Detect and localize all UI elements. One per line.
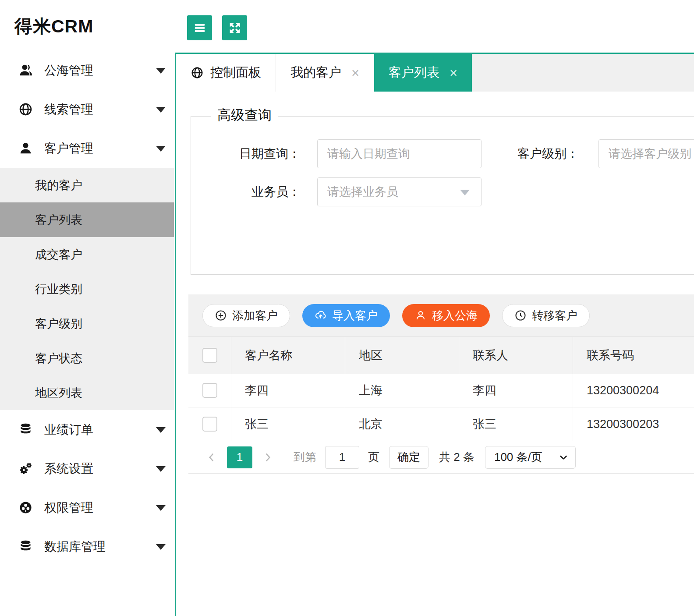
salesman-select[interactable]: 请选择业务员 xyxy=(317,177,482,206)
salesman-label: 业务员： xyxy=(191,184,301,200)
table-row[interactable]: 李四上海李四13200300204 xyxy=(188,374,694,407)
add-customer-button[interactable]: 添加客户 xyxy=(202,304,290,327)
sidebar-submenu: 我的客户客户列表成交客户行业类别客户级别客户状态地区列表 xyxy=(0,168,174,410)
column-header: 客户名称 xyxy=(231,337,345,374)
user-icon xyxy=(18,141,33,156)
sidebar-nav: 公海管理线索管理客户管理我的客户客户列表成交客户行业类别客户级别客户状态地区列表… xyxy=(0,51,174,566)
tab-item[interactable]: 控制面板 xyxy=(176,54,276,92)
toolbar-button-label: 转移客户 xyxy=(532,308,577,323)
sidebar-item-label: 公海管理 xyxy=(44,62,93,79)
chevron-down-icon xyxy=(460,190,470,195)
sidebar-item[interactable]: 客户管理 xyxy=(0,129,174,168)
table-toolbar: 添加客户导入客户移入公海转移客户 xyxy=(188,294,694,337)
tab-item[interactable]: 客户列表× xyxy=(374,54,472,92)
sidebar-item-label: 数据库管理 xyxy=(44,538,106,555)
table-cell: 张三 xyxy=(459,407,573,441)
main-panel: 控制面板我的客户×客户列表× 高级查询 日期查询： 客户级别： 业务员： 请选择… xyxy=(175,53,694,616)
tab-label: 客户列表 xyxy=(389,64,439,81)
date-query-label: 日期查询： xyxy=(191,145,301,162)
select-all-checkbox[interactable] xyxy=(202,348,217,363)
column-header: 联系人 xyxy=(459,337,573,374)
sidebar-item-label: 客户管理 xyxy=(44,140,93,157)
sidebar-subitem[interactable]: 客户状态 xyxy=(0,341,174,375)
transfer-customer-button[interactable]: 转移客户 xyxy=(502,304,590,327)
sidebar-item[interactable]: 系统设置 xyxy=(0,449,174,488)
expand-icon xyxy=(227,21,242,35)
chevron-down-icon xyxy=(156,68,166,74)
sidebar-item[interactable]: 权限管理 xyxy=(0,488,174,527)
table-cell: 上海 xyxy=(345,374,459,407)
close-icon[interactable]: × xyxy=(450,66,457,80)
row-checkbox-cell xyxy=(188,374,231,407)
pagination: 1 到第 页 确定 共 2 条 100 条/页 xyxy=(188,441,694,474)
table-cell: 13200300203 xyxy=(573,407,694,441)
database-icon xyxy=(18,422,33,437)
query-row-1: 日期查询： 客户级别： xyxy=(191,139,694,168)
ball-icon xyxy=(18,500,33,515)
sidebar-subitem[interactable]: 客户级别 xyxy=(0,306,174,341)
row-checkbox[interactable] xyxy=(202,417,217,432)
topbar xyxy=(187,15,247,40)
sidebar-item[interactable]: 线索管理 xyxy=(0,90,174,129)
toolbar-button-label: 移入公海 xyxy=(432,308,478,323)
customer-level-select[interactable] xyxy=(598,139,694,168)
sidebar-subitem[interactable]: 我的客户 xyxy=(0,168,174,202)
collapse-sidebar-button[interactable] xyxy=(187,15,212,40)
chevron-down-icon xyxy=(558,452,569,463)
tab-item[interactable]: 我的客户× xyxy=(276,54,374,92)
sidebar-item-label: 线索管理 xyxy=(44,101,93,118)
cloud-upload-icon xyxy=(315,309,327,322)
total-count: 共 2 条 xyxy=(439,450,474,465)
person-icon xyxy=(414,309,427,322)
tab-label: 控制面板 xyxy=(210,64,261,81)
advanced-query-panel: 高级查询 日期查询： 客户级别： 业务员： 请选择业务员 xyxy=(191,116,694,275)
fullscreen-button[interactable] xyxy=(222,15,247,40)
table-cell: 李四 xyxy=(459,374,573,407)
sidebar-subitem[interactable]: 成交客户 xyxy=(0,237,174,272)
goto-label: 到第 xyxy=(294,450,316,465)
hamburger-icon xyxy=(192,21,207,35)
customer-table: 客户名称地区联系人联系号码李四上海李四13200300204张三北京张三1320… xyxy=(188,337,694,441)
column-header: 地区 xyxy=(345,337,459,374)
sidebar-subitem[interactable]: 行业类别 xyxy=(0,272,174,306)
users-icon xyxy=(18,63,33,78)
sidebar: 得米CRM 公海管理线索管理客户管理我的客户客户列表成交客户行业类别客户级别客户… xyxy=(0,0,174,616)
toolbar-button-label: 添加客户 xyxy=(232,308,278,323)
chevron-down-icon xyxy=(156,427,166,433)
table-cell: 北京 xyxy=(345,407,459,441)
close-icon[interactable]: × xyxy=(351,66,359,80)
table-row[interactable]: 张三北京张三13200300203 xyxy=(188,407,694,441)
customer-table-section: 添加客户导入客户移入公海转移客户 客户名称地区联系人联系号码李四上海李四1320… xyxy=(188,294,694,474)
globe-icon xyxy=(191,66,204,79)
sidebar-item[interactable]: 业绩订单 xyxy=(0,410,174,449)
customer-level-label: 客户级别： xyxy=(482,145,579,162)
row-checkbox[interactable] xyxy=(202,383,217,398)
sidebar-item-label: 系统设置 xyxy=(44,460,93,477)
goto-page-input[interactable] xyxy=(325,446,359,469)
chevron-down-icon xyxy=(156,544,166,550)
table-cell: 张三 xyxy=(231,407,345,441)
column-header: 联系号码 xyxy=(573,337,694,374)
table-cell: 李四 xyxy=(231,374,345,407)
chevron-down-icon xyxy=(156,107,166,113)
import-customer-button[interactable]: 导入客户 xyxy=(302,304,390,327)
plus-circle-icon xyxy=(215,309,227,322)
move-to-pool-button[interactable]: 移入公海 xyxy=(402,304,490,327)
prev-page-button[interactable] xyxy=(206,452,217,463)
sidebar-item[interactable]: 公海管理 xyxy=(0,51,174,90)
sidebar-item[interactable]: 数据库管理 xyxy=(0,527,174,566)
database-icon xyxy=(18,539,33,554)
table-header-row: 客户名称地区联系人联系号码 xyxy=(188,337,694,374)
current-page[interactable]: 1 xyxy=(227,446,252,468)
query-row-2: 业务员： 请选择业务员 xyxy=(191,177,694,206)
toolbar-button-label: 导入客户 xyxy=(332,308,378,323)
next-page-button[interactable] xyxy=(262,452,273,463)
sidebar-subitem[interactable]: 地区列表 xyxy=(0,375,174,410)
row-checkbox-cell xyxy=(188,407,231,441)
sidebar-subitem[interactable]: 客户列表 xyxy=(0,202,174,237)
page-size-select[interactable]: 100 条/页 xyxy=(485,446,576,469)
date-query-input[interactable] xyxy=(317,139,482,168)
globe-icon xyxy=(18,102,33,117)
confirm-button[interactable]: 确定 xyxy=(389,446,428,469)
chevron-down-icon xyxy=(156,146,166,152)
